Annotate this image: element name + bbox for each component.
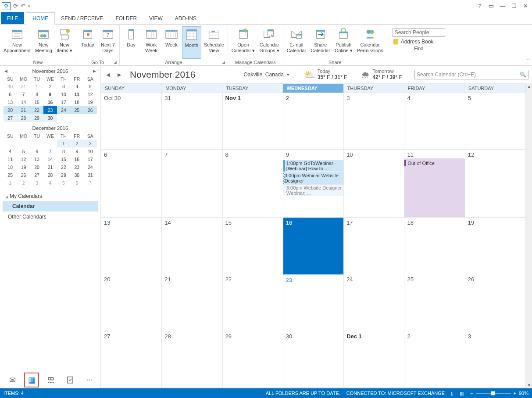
search-people-input[interactable] [393,28,445,37]
day-cell[interactable]: 15 [223,217,283,274]
mini-day[interactable]: 11 [4,155,17,163]
zoom-slider[interactable] [476,393,511,394]
day-cell[interactable]: Dec 1 [344,331,404,387]
day-cell[interactable]: 4 [404,93,465,149]
mini-day[interactable]: 17 [84,155,97,163]
mini-day[interactable]: 2 [17,179,30,187]
mini-day[interactable]: 4 [43,179,57,187]
day-cell[interactable]: 19 [465,217,526,274]
mini-day[interactable]: 6 [30,147,43,155]
mini-day[interactable]: 12 [17,155,30,163]
help-button[interactable]: ? [475,1,485,11]
day-cell[interactable]: 20 [101,274,162,330]
mini-day[interactable]: 16 [43,98,57,106]
mini-day[interactable]: 9 [70,147,83,155]
calendar-event[interactable]: Out of Office [404,160,464,166]
my-calendars-header[interactable]: My Calendars [3,191,98,201]
mini-day[interactable]: 14 [43,155,57,163]
mini-day[interactable]: 16 [70,155,83,163]
day-cell[interactable]: Nov 1 [223,93,283,149]
mini-day[interactable]: 20 [4,106,17,114]
qat-undo-icon[interactable]: ↶ [21,3,25,9]
calendar-item[interactable]: Calendar [3,201,98,212]
day-cell[interactable]: 12 [465,149,526,217]
mini-day[interactable]: 18 [70,98,83,106]
day-cell[interactable]: 30 [283,331,344,387]
work-week-button[interactable]: Work Week [142,26,161,59]
day-cell[interactable] [101,387,162,388]
mini-day[interactable]: 6 [70,179,83,187]
day-cell[interactable]: 7 [162,149,222,217]
day-cell[interactable]: 23 [283,274,344,330]
mini-day[interactable]: 27 [30,171,43,179]
mini-day[interactable]: 3 [30,179,43,187]
day-cell[interactable]: 25 [404,274,465,330]
day-cell[interactable]: 2 [283,93,344,149]
mini-day[interactable]: 7 [17,90,30,98]
mini-day[interactable]: 23 [70,163,83,171]
tab-send-receive[interactable]: SEND / RECEIVE [55,12,109,24]
nav-options-icon[interactable]: ··· [83,374,96,386]
new-appointment-button[interactable]: New Appointment [2,26,32,59]
calendar-permissions-button[interactable]: Calendar Permissions [355,26,385,59]
day-cell[interactable]: 14 [162,217,222,274]
mini-day[interactable]: 10 [84,147,97,155]
mini-day[interactable]: 23 [43,106,57,114]
mini-day[interactable]: 25 [70,106,83,114]
day-cell[interactable] [283,387,344,388]
mini-day[interactable]: 5 [57,179,70,187]
day-cell[interactable]: 17 [344,217,404,274]
prev-month-icon[interactable]: ◀ [4,69,7,73]
mini-day[interactable]: 5 [17,147,30,155]
mini-calendar-december[interactable]: December 2016 SUMOTUWETHFRSA123456789101… [0,123,100,188]
zoom-control[interactable]: − + 90% [470,391,528,396]
mini-day[interactable] [30,140,43,147]
mini-day[interactable]: 15 [57,155,70,163]
day-cell[interactable]: 16 [283,217,344,274]
day-cell[interactable]: 24 [344,274,404,330]
mini-day[interactable]: 3 [84,140,97,147]
mini-day[interactable]: 24 [84,163,97,171]
day-cell[interactable] [223,387,283,388]
day-view-button[interactable]: Day [121,26,141,59]
minimize-button[interactable]: — [498,1,507,11]
tab-view[interactable]: VIEW [143,12,169,24]
qat-sendreceive-icon[interactable]: ⟳ [13,3,18,9]
day-cell[interactable]: 31 [162,93,222,149]
day-cell[interactable] [344,387,404,388]
mini-day[interactable]: 17 [57,98,70,106]
search-icon[interactable]: 🔍 [520,72,526,78]
day-cell[interactable]: 11Out of Office [404,149,465,217]
mini-day[interactable]: 30 [70,171,83,179]
ribbon-display-options[interactable]: ▭ [486,1,496,11]
week-view-button[interactable]: Week [162,26,181,59]
publish-online-button[interactable]: Publish Online ▾ [333,26,354,59]
view-normal-icon[interactable]: ▯ [451,391,453,396]
mini-day[interactable]: 4 [4,147,17,155]
mini-day[interactable]: 5 [84,82,97,90]
people-nav-icon[interactable] [45,374,57,386]
close-button[interactable]: ✕ [521,1,530,11]
day-cell[interactable] [404,387,465,388]
day-cell[interactable]: 6 [101,149,162,217]
day-cell[interactable]: 27 [101,331,162,387]
day-cell[interactable] [162,387,222,388]
mini-day[interactable]: 28 [17,114,30,122]
day-cell[interactable]: 21 [162,274,222,330]
mini-day[interactable]: 28 [43,171,57,179]
open-calendar-button[interactable]: Open Calendar ▾ [230,26,257,59]
day-cell[interactable]: 18 [404,217,465,274]
mini-day[interactable] [57,114,70,122]
day-cell[interactable]: 28 [162,331,222,387]
day-cell[interactable]: Oct 30 [101,93,162,149]
mini-day[interactable]: 8 [57,147,70,155]
tab-home[interactable]: HOME [26,12,55,25]
mini-day[interactable]: 22 [57,163,70,171]
mini-day[interactable]: 25 [4,171,17,179]
collapse-nav-icon[interactable]: ‹ [97,68,99,72]
mini-day[interactable]: 31 [84,171,97,179]
goto-launcher-icon[interactable]: ◢ [114,60,117,65]
mini-day[interactable]: 2 [70,140,83,147]
mini-day[interactable]: 1 [30,82,43,90]
new-items-button[interactable]: New Items ▾ [55,26,74,59]
